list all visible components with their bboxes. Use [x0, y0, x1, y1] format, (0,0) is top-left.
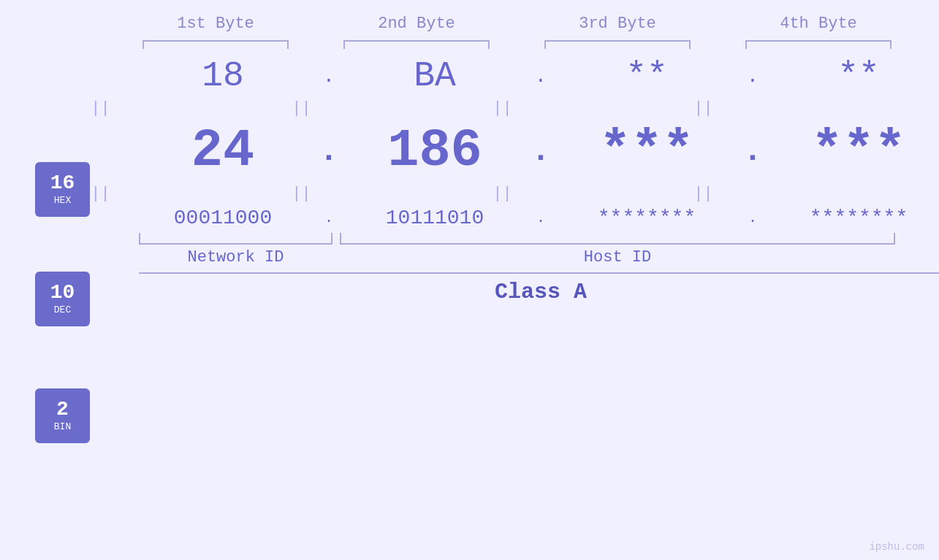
dec-b4: ***: [786, 121, 932, 181]
badge-hex: 16 HEX: [35, 162, 90, 217]
badge-bin-number: 2: [56, 399, 69, 420]
dec-dot3: .: [742, 133, 764, 169]
hex-b1: 18: [150, 56, 296, 96]
eq1-b3: ||: [430, 99, 576, 118]
hex-row: 18 . BA . ** . **: [139, 56, 939, 96]
badge-bin: 2 BIN: [35, 388, 90, 443]
eq2-b3: ||: [430, 185, 576, 203]
network-bracket: [139, 233, 332, 245]
equals-row-2: || || || ||: [0, 185, 804, 203]
bracket-byte1: [142, 40, 289, 49]
hex-dot2: .: [530, 65, 552, 88]
dec-b1: 24: [150, 121, 296, 181]
dec-dot1: .: [318, 133, 340, 169]
labels-row: Network ID Host ID: [139, 248, 939, 266]
hex-dot3: .: [742, 65, 764, 88]
bin-b3: ********: [574, 207, 720, 229]
byte2-header: 2nd Byte: [343, 15, 490, 33]
main-container: 1st Byte 2nd Byte 3rd Byte 4th Byte 16 H…: [0, 0, 939, 560]
byte4-header: 4th Byte: [745, 15, 892, 33]
bottom-bracket-area: [139, 233, 939, 245]
bin-b2: 10111010: [362, 207, 508, 229]
byte1-header: 1st Byte: [142, 15, 289, 33]
bracket-byte3: [544, 40, 691, 49]
bin-b4: ********: [786, 207, 932, 229]
equals-row-1: || || || ||: [0, 99, 804, 118]
hex-dot1: .: [318, 65, 340, 88]
eq2-b2: ||: [229, 185, 375, 203]
bin-dot2: .: [530, 210, 552, 226]
badge-dec: 10 DEC: [35, 272, 90, 326]
bin-b1: 00011000: [150, 207, 296, 229]
badge-dec-label: DEC: [54, 304, 71, 315]
eq2-b4: ||: [631, 185, 777, 203]
rows-wrapper: 16 HEX 18 . BA . ** . ** || || || || 10 …: [0, 56, 939, 304]
host-id-label: Host ID: [340, 248, 895, 266]
hex-b4: **: [786, 56, 932, 96]
bin-dot1: .: [318, 210, 340, 226]
class-bracket-area: Class A: [139, 272, 939, 304]
eq1-b1: ||: [28, 99, 174, 118]
bin-row: 00011000 . 10111010 . ******** . *******…: [139, 207, 939, 229]
hex-b3: **: [574, 56, 720, 96]
dec-b3: ***: [574, 121, 720, 181]
byte-headers: 1st Byte 2nd Byte 3rd Byte 4th Byte: [115, 15, 919, 33]
watermark: ipshu.com: [869, 541, 924, 553]
hex-b2: BA: [362, 56, 508, 96]
bracket-byte4: [745, 40, 892, 49]
top-brackets: [115, 40, 919, 49]
badge-dec-number: 10: [50, 283, 75, 303]
dec-dot2: .: [530, 133, 552, 169]
bin-dot3: .: [742, 210, 764, 226]
badge-bin-label: BIN: [54, 421, 71, 432]
badge-hex-number: 16: [50, 173, 75, 193]
eq1-b2: ||: [229, 99, 375, 118]
dec-b2: 186: [362, 121, 508, 181]
class-bracket-line: [139, 272, 939, 274]
host-bracket: [340, 233, 895, 245]
class-label: Class A: [139, 280, 939, 304]
badge-hex-label: HEX: [54, 195, 71, 206]
eq1-b4: ||: [631, 99, 777, 118]
network-id-label: Network ID: [139, 248, 332, 266]
bracket-byte2: [343, 40, 490, 49]
dec-row: 24 . 186 . *** . ***: [139, 121, 939, 181]
byte3-header: 3rd Byte: [544, 15, 691, 33]
